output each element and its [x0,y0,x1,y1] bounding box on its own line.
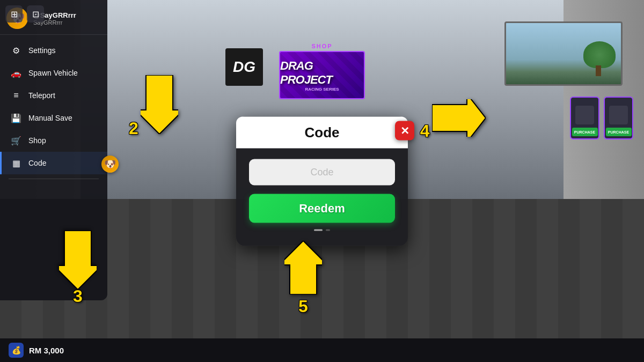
close-icon: ✕ [400,125,409,136]
purchase-signs: PURCHASE PURCHASE [570,97,633,139]
teleport-label: Teleport [28,91,55,100]
code-label: Code [28,159,46,167]
topbar-icons: ⊞ ⊡ [5,5,44,23]
sidebar-item-teleport[interactable]: ≡ Teleport [0,84,107,107]
sidebar-item-code[interactable]: ▦ Code [0,152,107,174]
sidebar-item-shop[interactable]: 🛒 Shop [0,129,107,152]
spawn-vehicle-label: Spawn Vehicle [28,69,78,77]
menu-items: ⚙ Settings 🚗 Spawn Vehicle ≡ Teleport 💾 … [0,35,107,300]
sidebar-item-settings[interactable]: ⚙ Settings [0,39,107,62]
purchase-sign-icon-2 [609,106,628,124]
modal-dot-1 [314,229,323,231]
manual-save-label: Manual Save [28,114,72,122]
scene-avatar-head: 🐶 [101,156,119,173]
purchase-btn-label-1: PURCHASE [574,130,595,134]
shop-sign-area: SHOP DRAG PROJECT RACING SERIES [279,43,365,99]
settings-label: Settings [28,46,56,55]
sidebar-item-spawn-vehicle[interactable]: 🚗 Spawn Vehicle [0,62,107,84]
sidebar: 🐶 @SayGRRrrr SayGRRrrr ⚙ Settings 🚗 Spaw… [0,0,107,300]
sidebar-item-manual-save[interactable]: 💾 Manual Save [0,107,107,129]
shop-label-item: Shop [28,136,46,145]
topbar-icon-1[interactable]: ⊞ [5,5,23,23]
purchase-sign-1[interactable]: PURCHASE [570,97,599,139]
shop-icon: 🛒 [10,135,22,146]
purchase-sign-icon-1 [575,106,594,124]
modal-body: Reedem [236,148,408,223]
redeem-label: Reedem [299,201,345,215]
topbar-icon-2[interactable]: ⊡ [27,5,44,23]
settings-icon: ⚙ [10,45,22,56]
code-input-field[interactable] [249,159,395,185]
manual-save-icon: 💾 [10,112,22,124]
background-window [504,21,623,86]
modal-close-button[interactable]: ✕ [395,121,414,140]
purchase-btn-label-2: PURCHASE [608,130,629,134]
shop-label: SHOP [279,43,365,49]
modal-title: Code [305,124,340,140]
shop-banner-sub: RACING SERIES [305,87,339,92]
tree-foliage [583,41,616,68]
shop-banner: DRAG PROJECT RACING SERIES [279,51,365,99]
modal-overlay: Code ✕ Reedem [236,116,408,246]
purchase-btn-2[interactable]: PURCHASE [606,128,632,136]
code-modal: Code ✕ Reedem [236,116,408,246]
topbar-icon-1-glyph: ⊞ [11,9,18,19]
dg-logo: DG [225,48,263,86]
spawn-vehicle-icon: 🚗 [10,67,22,79]
redeem-button[interactable]: Reedem [249,194,395,223]
currency-amount: RM 3,000 [29,346,64,355]
shop-banner-text: DRAG PROJECT [280,59,364,87]
teleport-icon: ≡ [10,90,22,101]
topbar-icon-2-glyph: ⊡ [32,9,39,19]
currency-icon: 💰 [9,343,24,358]
code-icon: ▦ [10,157,22,169]
sidebar-divider [9,179,99,179]
currency-icon-glyph: 💰 [12,346,21,354]
modal-dot-2 [326,229,330,231]
scene-avatar: 🐶 [99,156,121,182]
purchase-btn-1[interactable]: PURCHASE [572,128,598,136]
tree-trunk [596,65,601,76]
purchase-sign-2[interactable]: PURCHASE [604,97,633,139]
bottom-bar: 💰 RM 3,000 [0,338,644,362]
modal-title-bar: Code [236,116,408,148]
modal-dots [236,229,408,231]
